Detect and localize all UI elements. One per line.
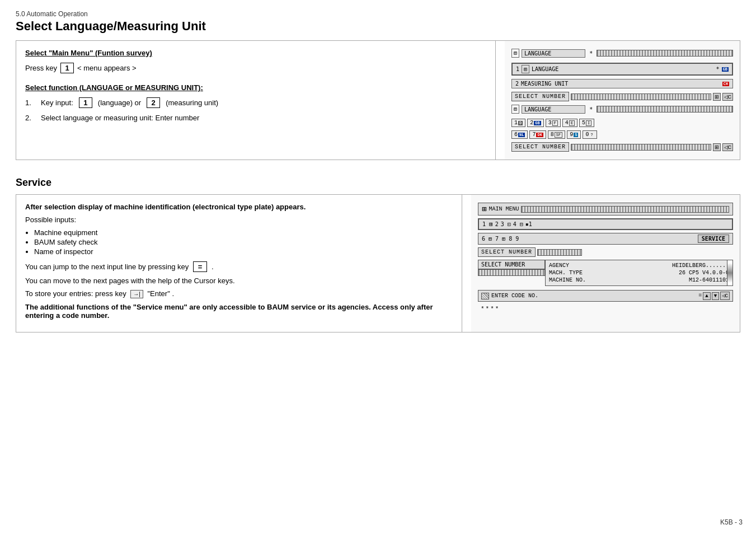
menu-grid-icon: ⊞ [482,204,486,214]
lang-opt-5: 5 I [579,119,594,127]
entry-agency: AGENCY HEIDELBERG....... [549,262,729,269]
heading2: Select function (LANGUAGE or MEASURING U… [25,83,486,92]
store-post: . [172,289,174,298]
page-number: K5B - 3 [720,518,743,526]
flag-gb: GB [534,121,541,125]
lang-opt-9: 9 S [567,130,581,139]
select-num-row-1: SELECT NUMBER ⊞ ◁C [511,92,733,101]
down-arrow: ▼ [712,292,719,300]
key-meas: 2 [147,97,160,108]
lang-opt-2: 2 GB [527,119,543,127]
lang-opt-3: 3 F [546,119,561,127]
menu-appears: < menu appears > [77,64,137,72]
section1-left: Select "Main Menu" (Funtion survey) Pres… [16,41,496,160]
entry-mach-type: MACH. TYPE 26 CP5 V4.0.0-0 [549,269,729,277]
mi-4: 4 ⊟ [513,221,523,227]
flag-q: ? [590,133,594,137]
flag-nl: NL [518,133,525,137]
flag-f: F [552,120,558,126]
flag-i: I [586,120,591,126]
service-full-block: SELECT NUMBER AGENCY HEIDELBERG....... M… [478,260,733,286]
mi-2: 2 [495,221,499,227]
bracket-icon: ⊞ [522,65,529,73]
input-3: Name of inspector [34,247,453,256]
service-data-left-col: SELECT NUMBER [478,247,582,257]
service-left: After selection display of machine ident… [16,195,462,332]
bracket-num: 1 [516,66,519,72]
machine-no-label: MACHINE NO. [549,277,586,283]
item1-post: (measuring unit) [166,99,218,107]
enter-controls: = ▲ ▼ ◁C [698,292,730,300]
mi-3: 3 ⊡ [501,221,511,227]
main-menu-label: MAIN MENU [489,206,519,212]
bracket-row: 1 ⊞ LANGUAGE * GB [511,63,733,76]
service-data-entries: AGENCY HEIDELBERG....... MACH. TYPE 26 C… [545,260,733,286]
lang-label-1: LANGUAGE [522,49,585,58]
store-pre: To store your entries: press key [25,289,126,298]
mach-type-value: 26 CP5 V4.0.0-0 [679,270,729,276]
mi-6: 6 ⊞ [482,236,492,242]
c-icon-enter: ◁C [720,292,730,300]
service-left-select: SELECT NUMBER [478,260,545,286]
inputs-list: Machine equipment BAUM safety check Name… [34,228,453,256]
service-select-num: SELECT NUMBER [478,247,582,257]
lang-opt-7: 7 DK [529,130,546,139]
flag-e: E [569,120,575,126]
cursor-line: You can move to the next pages with the … [25,277,453,285]
enter-code-label: ENTER CODE NO. [491,293,538,299]
item1: 1. Key input: 1 (language) or 2 (measuri… [25,97,486,108]
select-num-row-2: SELECT NUMBER ⊞ ◁C [511,142,733,152]
star-2: * [588,106,594,113]
flag-gb-1: GB [722,67,729,72]
screen-row-1: ⊞ LANGUAGE * [511,49,733,58]
lang-row-1: 1 D 2 GB 3 F 4 E 5 I [511,119,594,127]
service-bold1: After selection display of machine ident… [25,203,453,211]
equals-sign: = [698,293,702,299]
section2-title: Service [16,177,740,189]
screen-row-5: ⊞ LANGUAGE * [511,105,733,114]
item2-num: 2. [25,114,35,122]
flag-dk: DK [536,133,543,137]
stars-row: **** [478,305,733,313]
lang-opt-1: 1 D [511,119,525,127]
key-1-box: 1 [60,63,74,73]
possible-inputs-label: Possible inputs: [25,216,453,224]
menu-items-row1: 1 ⊞ 2 3 ⊡ 4 ⊟ ▪1 [478,218,733,230]
star-1: * [588,50,594,57]
main-menu-hatched [521,206,729,213]
item1-num: 1. [25,99,35,107]
enter-code-row: ENTER CODE NO. = ▲ ▼ ◁C [478,290,733,302]
flag-d: D [518,121,523,125]
store-line: To store your entries: press key →| "Ent… [25,289,453,298]
screen-row-3: 2 MEASURING UNIT CH [511,79,733,88]
mi-1-icon: ⊞ [489,221,493,228]
grid-icon-2: ⊞ [713,143,721,151]
equals-key: = [193,261,208,272]
heading1: Select "Main Menu" (Funtion survey) [25,49,486,57]
key-lang: 1 [79,97,92,108]
item1-mid: (language) or [98,99,141,107]
scrollbar [727,260,732,285]
enter-label: Enter [150,289,167,298]
service-hatched [537,249,582,256]
mi-9: 9 [515,236,694,242]
progress-bar-2 [597,106,733,113]
c-icon-2: ◁C [722,143,734,151]
lang-icon-2: ⊞ [511,105,519,114]
row3-num: 2 [515,81,519,87]
lang-opt-0: 0 ? [583,130,597,139]
jump-post: . [212,263,214,271]
service-data-block: SELECT NUMBER [478,247,733,257]
item2-text: Select language or measuring unit: Enter… [41,114,199,122]
select-hatched-1 [571,93,711,100]
flag-ch: CH [722,82,729,86]
mi-1: 1 ⊞ [482,221,493,228]
enter-grid-icon [481,293,489,299]
service-select-label: SELECT NUMBER [478,247,536,257]
lang-opt-6: 6 NL [511,130,528,139]
row3-label: MEASURING UNIT [521,81,720,87]
up-arrow: ▲ [703,292,710,300]
agency-label: AGENCY [549,263,569,269]
lang-icon-1: ⊞ [511,49,519,58]
service-bold2: The additional functions of the "Service… [25,303,453,320]
